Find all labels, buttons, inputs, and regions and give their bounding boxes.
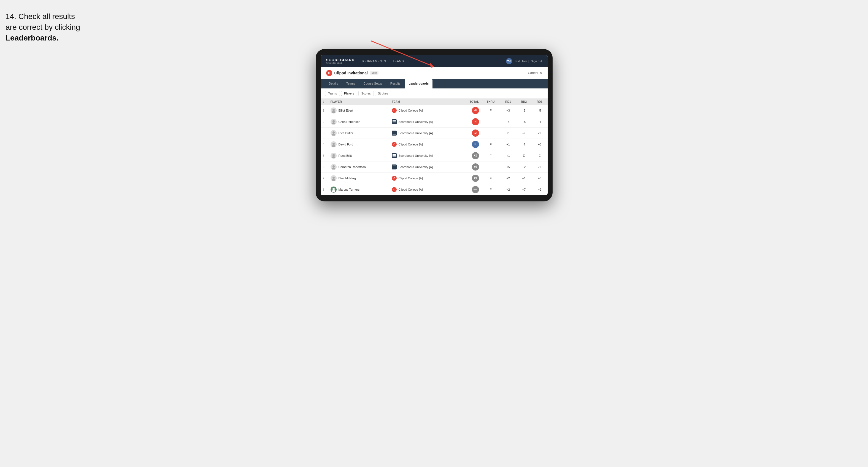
score-badge: +6 <box>472 163 479 170</box>
cell-rd2: -4 <box>516 138 532 150</box>
tablet-screen: SCOREBOARD Powered by clippd TOURNAMENTS… <box>321 55 548 195</box>
cell-rank: 8 <box>321 184 328 195</box>
cell-rank: 6 <box>321 161 328 173</box>
team-name: Scoreboard University [A] <box>398 120 433 123</box>
table-header-row: # PLAYER TEAM TOTAL THRU RD1 RD2 RD3 <box>321 99 548 105</box>
nav-teams[interactable]: TEAMS <box>393 58 404 64</box>
cell-player: Elliot Ebert <box>328 105 390 116</box>
team-name: Clippd College [A] <box>398 177 423 180</box>
cell-team: Scoreboard University [A] <box>390 150 460 161</box>
col-thru: THRU <box>481 99 500 105</box>
player-avatar <box>331 164 337 170</box>
cell-rd1: +2 <box>500 184 516 195</box>
team-name: Clippd College [A] <box>398 188 423 191</box>
cell-rd3: +3 <box>532 138 547 150</box>
filter-teams[interactable]: Teams <box>325 91 340 96</box>
svg-point-8 <box>333 143 335 145</box>
svg-point-2 <box>333 109 335 111</box>
cell-rd3: E <box>532 150 547 161</box>
table-row: 4David FordCClippd College [A]EF+1-4+3 <box>321 138 548 150</box>
cell-rd3: -1 <box>532 161 547 173</box>
cell-rank: 2 <box>321 116 328 127</box>
filter-strokes[interactable]: Strokes <box>375 91 391 96</box>
cell-thru: F <box>481 150 500 161</box>
filter-bar: Teams Players Scores Strokes <box>321 88 548 99</box>
user-area: TU Test User | Sign out <box>506 58 542 64</box>
cell-rd2: E <box>516 150 532 161</box>
instruction-bold: Leaderboards. <box>5 34 59 42</box>
cell-total: E <box>460 138 481 150</box>
cell-rank: 1 <box>321 105 328 116</box>
logo-area: SCOREBOARD Powered by clippd <box>326 58 355 64</box>
cell-thru: F <box>481 116 500 127</box>
svg-point-15 <box>332 179 335 181</box>
player-name: Elliot Ebert <box>339 109 353 112</box>
score-badge: +1 <box>472 152 479 159</box>
team-logo-scoreboard <box>392 153 397 158</box>
cell-rd2: -6 <box>516 105 532 116</box>
col-rank: # <box>321 99 328 105</box>
cell-player: Chris Robertson <box>328 116 390 127</box>
tab-course-setup[interactable]: Course Setup <box>360 79 386 88</box>
tab-leaderboards[interactable]: Leaderboards <box>405 79 433 88</box>
cancel-button[interactable]: Cancel ✕ <box>528 71 542 75</box>
sign-out-link[interactable]: Sign out <box>531 60 542 63</box>
table-row: 8Marcus TurnersCClippd College [A]+11F+2… <box>321 184 548 195</box>
cell-rd1: +1 <box>500 127 516 138</box>
team-logo-clippd: C <box>392 108 397 113</box>
col-rd1: RD1 <box>500 99 516 105</box>
logo-text: SCOREBOARD <box>326 58 355 62</box>
tab-results[interactable]: Results <box>386 79 404 88</box>
table-row: 6Cameron RobertsonScoreboard University … <box>321 161 548 173</box>
cell-thru: F <box>481 127 500 138</box>
team-name: Scoreboard University [A] <box>398 131 433 135</box>
tab-details[interactable]: Details <box>325 79 342 88</box>
score-badge: -2 <box>472 129 479 137</box>
svg-point-4 <box>333 120 335 122</box>
nav-tournaments[interactable]: TOURNAMENTS <box>361 58 386 64</box>
team-logo-scoreboard <box>392 131 397 135</box>
cell-thru: F <box>481 105 500 116</box>
tab-teams[interactable]: Teams <box>342 79 359 88</box>
svg-point-12 <box>333 165 335 167</box>
cell-rank: 7 <box>321 173 328 184</box>
cell-rd3: +2 <box>532 184 547 195</box>
table-row: 7Blair McHargCClippd College [A]+9F+2+1+… <box>321 173 548 184</box>
team-logo-clippd: C <box>392 142 397 147</box>
cell-player: Cameron Robertson <box>328 161 390 173</box>
cell-player: David Ford <box>328 138 390 150</box>
col-player: PLAYER <box>328 99 390 105</box>
scene-wrapper: SCOREBOARD Powered by clippd TOURNAMENTS… <box>5 49 863 201</box>
user-label: Test User | <box>514 60 529 63</box>
cell-rd1: -5 <box>500 116 516 127</box>
svg-point-6 <box>333 131 335 134</box>
team-logo-scoreboard <box>392 119 397 124</box>
filter-scores[interactable]: Scores <box>359 91 374 96</box>
score-badge: E <box>472 141 479 148</box>
cell-thru: F <box>481 173 500 184</box>
table-row: 1Elliot EbertCClippd College [A]-8F+3-6-… <box>321 105 548 116</box>
score-badge: +9 <box>472 175 479 182</box>
tablet-frame: SCOREBOARD Powered by clippd TOURNAMENTS… <box>316 49 553 201</box>
table-row: 3Rich ButlerScoreboard University [A]-2F… <box>321 127 548 138</box>
cell-rd1: +5 <box>500 161 516 173</box>
filter-players[interactable]: Players <box>341 91 357 96</box>
svg-point-9 <box>332 145 335 147</box>
cell-rd1: +1 <box>500 150 516 161</box>
instruction-line1: 14. Check all results <box>5 12 75 21</box>
cell-team: Scoreboard University [A] <box>390 161 460 173</box>
cell-total: +9 <box>460 173 481 184</box>
cell-team: CClippd College [A] <box>390 184 460 195</box>
cell-player: Rich Butler <box>328 127 390 138</box>
cell-team: Scoreboard University [A] <box>390 127 460 138</box>
player-avatar <box>331 119 337 125</box>
score-badge: -4 <box>472 118 479 125</box>
player-avatar <box>331 141 337 147</box>
cell-team: CClippd College [A] <box>390 105 460 116</box>
cell-rd2: +5 <box>516 116 532 127</box>
col-rd3: RD3 <box>532 99 547 105</box>
player-name: Marcus Turners <box>339 188 360 191</box>
svg-point-7 <box>332 134 335 135</box>
tournament-title-area: C Clippd Invitational Men <box>326 70 379 76</box>
player-avatar <box>331 175 337 181</box>
